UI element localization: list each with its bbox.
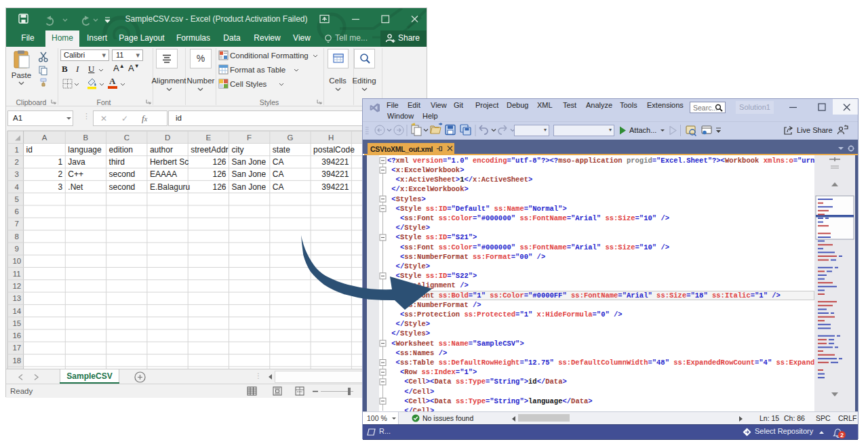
svg-text:2: 2 <box>840 432 844 439</box>
svg-text:2: 2 <box>58 169 63 179</box>
svg-text:San Jone: San Jone <box>232 169 267 179</box>
svg-text:second: second <box>109 169 136 179</box>
svg-text:second: second <box>109 182 136 192</box>
svg-text:7: 7 <box>15 220 19 228</box>
svg-text:1: 1 <box>15 146 19 154</box>
svg-text:CA: CA <box>273 169 284 179</box>
svg-text:language: language <box>68 145 102 155</box>
svg-text:9: 9 <box>15 245 19 253</box>
svg-text:126: 126 <box>212 169 226 179</box>
svg-text:15: 15 <box>12 319 21 327</box>
svg-text:.Net: .Net <box>68 182 83 192</box>
svg-text:streetAddr: streetAddr <box>191 145 228 155</box>
svg-text:11: 11 <box>13 270 21 278</box>
svg-text:id: id <box>26 145 33 155</box>
svg-text:10: 10 <box>12 257 21 265</box>
svg-text:D: D <box>165 134 170 142</box>
svg-text:Herbert Sc: Herbert Sc <box>150 157 189 167</box>
svg-text:EAAAA: EAAAA <box>150 169 177 179</box>
svg-text:394221: 394221 <box>321 182 349 192</box>
svg-text:edition: edition <box>109 145 133 155</box>
svg-text:8: 8 <box>15 232 19 241</box>
svg-text:B: B <box>83 134 89 142</box>
svg-text:CA: CA <box>273 157 284 167</box>
svg-text:14: 14 <box>12 307 21 315</box>
svg-text:A: A <box>42 134 47 142</box>
svg-text:4: 4 <box>15 183 20 191</box>
svg-text:postalCode: postalCode <box>313 145 355 155</box>
svg-text:CA: CA <box>273 182 284 192</box>
svg-text:126: 126 <box>212 182 226 192</box>
svg-text:3: 3 <box>15 170 19 178</box>
svg-text:13: 13 <box>12 294 21 302</box>
svg-text:1: 1 <box>58 157 63 167</box>
svg-text:G: G <box>288 134 294 142</box>
svg-text:18: 18 <box>12 357 21 365</box>
svg-text:394221: 394221 <box>321 169 349 179</box>
svg-text:16: 16 <box>12 331 21 340</box>
svg-text:394221: 394221 <box>321 157 349 167</box>
svg-text:C: C <box>124 134 130 142</box>
svg-text:San Jone: San Jone <box>232 157 267 167</box>
svg-text:12: 12 <box>12 282 21 290</box>
svg-text:C++: C++ <box>68 169 83 179</box>
svg-text:H: H <box>328 134 334 142</box>
svg-text:3: 3 <box>58 182 63 192</box>
svg-text:5: 5 <box>15 195 19 203</box>
svg-text:city: city <box>232 145 244 155</box>
svg-text:2: 2 <box>15 158 19 166</box>
svg-text:E.Balaguru: E.Balaguru <box>150 182 190 192</box>
svg-text:San Jone: San Jone <box>232 182 267 192</box>
svg-text:author: author <box>150 145 173 155</box>
svg-text:state: state <box>273 145 290 155</box>
svg-text:6: 6 <box>15 207 19 216</box>
svg-text:17: 17 <box>12 344 21 352</box>
svg-text:F: F <box>247 134 252 142</box>
svg-text:E: E <box>206 134 212 142</box>
svg-text:126: 126 <box>212 157 226 167</box>
svg-text:third: third <box>109 157 125 167</box>
svg-text:Java: Java <box>68 157 85 167</box>
